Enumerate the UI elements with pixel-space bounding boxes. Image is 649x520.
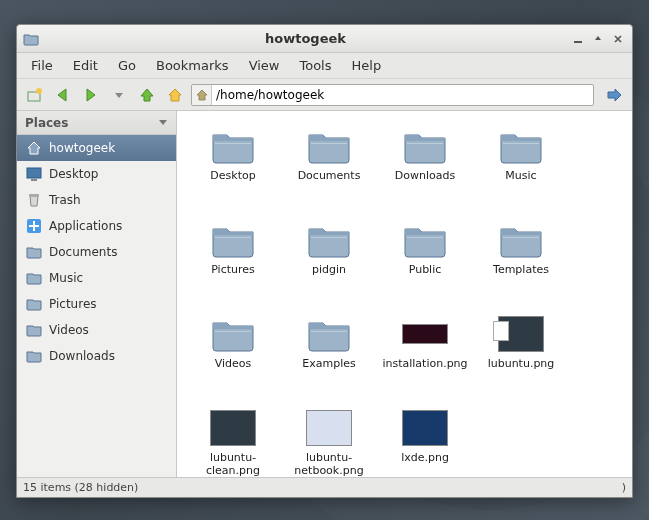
svg-point-2	[36, 88, 42, 94]
sidebar-item-trash[interactable]: Trash	[17, 187, 176, 213]
sidebar-item-music[interactable]: Music	[17, 265, 176, 291]
sidebar-item-downloads[interactable]: Downloads	[17, 343, 176, 369]
file-label: lxde.png	[401, 451, 449, 464]
file-manager-window: howtogeek FileEditGoBookmarksViewToolsHe…	[16, 24, 633, 498]
file-item[interactable]: Templates	[473, 217, 569, 311]
go-button[interactable]	[602, 83, 626, 107]
file-item[interactable]: lubuntu.png	[473, 311, 569, 405]
image-icon	[209, 407, 257, 449]
maximize-button[interactable]	[590, 31, 606, 47]
file-label: Downloads	[395, 169, 455, 182]
sidebar-item-label: Pictures	[49, 297, 97, 311]
sidebar-item-label: howtogeek	[49, 141, 115, 155]
menu-go[interactable]: Go	[108, 55, 146, 76]
svg-rect-3	[27, 168, 41, 178]
close-button[interactable]	[610, 31, 626, 47]
svg-rect-9	[407, 143, 443, 144]
sidebar: Places howtogeekDesktopTrashApplications…	[17, 111, 177, 477]
body: Places howtogeekDesktopTrashApplications…	[17, 111, 632, 477]
sidebar-item-pictures[interactable]: Pictures	[17, 291, 176, 317]
history-dropdown[interactable]	[107, 83, 131, 107]
menu-help[interactable]: Help	[342, 55, 392, 76]
status-bar: 15 items (28 hidden) )	[17, 477, 632, 497]
folder-icon	[25, 321, 43, 339]
svg-rect-0	[574, 41, 582, 43]
file-item[interactable]: Music	[473, 123, 569, 217]
folder-icon	[23, 31, 39, 47]
file-item[interactable]: Desktop	[185, 123, 281, 217]
sidebar-header-label: Places	[25, 116, 68, 130]
svg-rect-8	[311, 143, 347, 144]
folder-icon	[25, 295, 43, 313]
sidebar-item-label: Music	[49, 271, 83, 285]
sidebar-item-desktop[interactable]: Desktop	[17, 161, 176, 187]
file-label: Public	[409, 263, 442, 276]
svg-rect-13	[407, 237, 443, 238]
chevron-down-icon	[158, 116, 168, 130]
menu-file[interactable]: File	[21, 55, 63, 76]
file-item[interactable]: pidgin	[281, 217, 377, 311]
sidebar-item-label: Documents	[49, 245, 117, 259]
file-label: Pictures	[211, 263, 255, 276]
file-item[interactable]: Pictures	[185, 217, 281, 311]
window-title: howtogeek	[45, 31, 566, 46]
file-item[interactable]: lubuntu-netbook.png	[281, 405, 377, 477]
menu-edit[interactable]: Edit	[63, 55, 108, 76]
svg-rect-16	[311, 331, 347, 332]
file-label: Templates	[493, 263, 549, 276]
home-button[interactable]	[163, 83, 187, 107]
file-item[interactable]: lxde.png	[377, 405, 473, 477]
svg-rect-7	[215, 143, 251, 144]
sidebar-item-applications[interactable]: Applications	[17, 213, 176, 239]
back-button[interactable]	[51, 83, 75, 107]
sidebar-item-label: Applications	[49, 219, 122, 233]
file-item[interactable]: lubuntu-clean.png	[185, 405, 281, 477]
folder-icon	[401, 125, 449, 167]
sidebar-item-label: Desktop	[49, 167, 99, 181]
sidebar-item-howtogeek[interactable]: howtogeek	[17, 135, 176, 161]
svg-rect-4	[31, 179, 37, 181]
forward-button[interactable]	[79, 83, 103, 107]
file-label: pidgin	[312, 263, 346, 276]
menu-bookmarks[interactable]: Bookmarks	[146, 55, 239, 76]
trash-icon	[25, 191, 43, 209]
new-tab-button[interactable]	[23, 83, 47, 107]
sidebar-item-videos[interactable]: Videos	[17, 317, 176, 343]
folder-icon	[209, 219, 257, 261]
status-right: )	[622, 481, 626, 494]
folder-icon	[401, 219, 449, 261]
file-label: Videos	[215, 357, 252, 370]
file-item[interactable]: Downloads	[377, 123, 473, 217]
file-item[interactable]: Public	[377, 217, 473, 311]
folder-icon	[25, 243, 43, 261]
image-icon	[401, 407, 449, 449]
file-label: Desktop	[210, 169, 255, 182]
sidebar-item-label: Videos	[49, 323, 89, 337]
home-icon	[25, 139, 43, 157]
file-item[interactable]: Examples	[281, 311, 377, 405]
titlebar[interactable]: howtogeek	[17, 25, 632, 53]
menu-view[interactable]: View	[239, 55, 290, 76]
path-bar	[191, 84, 594, 106]
file-item[interactable]: Documents	[281, 123, 377, 217]
menu-tools[interactable]: Tools	[289, 55, 341, 76]
image-thumbnail	[210, 410, 256, 446]
path-input[interactable]	[212, 88, 593, 102]
folder-icon	[497, 219, 545, 261]
svg-rect-15	[215, 331, 251, 332]
image-thumbnail	[402, 410, 448, 446]
image-icon	[305, 407, 353, 449]
image-icon	[401, 313, 449, 355]
minimize-button[interactable]	[570, 31, 586, 47]
icon-view[interactable]: DesktopDocumentsDownloadsMusicPicturespi…	[177, 111, 632, 477]
sidebar-item-documents[interactable]: Documents	[17, 239, 176, 265]
menubar: FileEditGoBookmarksViewToolsHelp	[17, 53, 632, 79]
file-item[interactable]: Videos	[185, 311, 281, 405]
sidebar-header[interactable]: Places	[17, 111, 176, 135]
folder-icon	[305, 219, 353, 261]
file-item[interactable]: installation.png	[377, 311, 473, 405]
image-icon	[497, 313, 545, 355]
toolbar	[17, 79, 632, 111]
path-home-icon[interactable]	[192, 85, 212, 105]
up-button[interactable]	[135, 83, 159, 107]
